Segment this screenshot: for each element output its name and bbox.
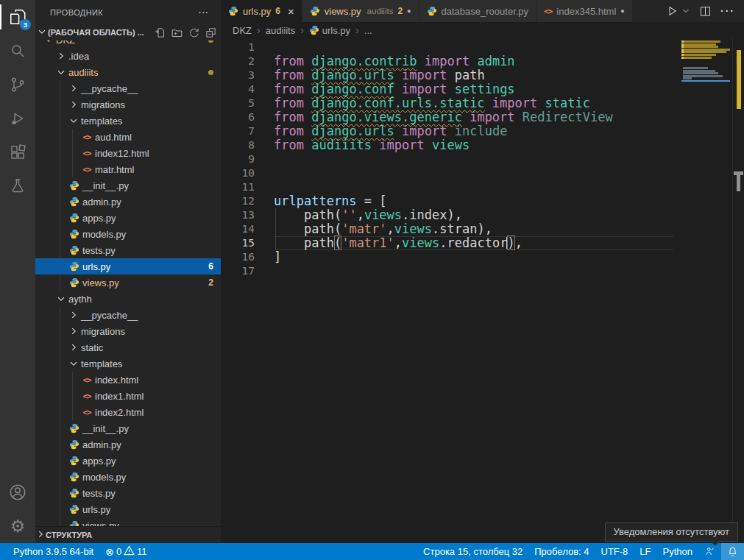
breadcrumb-item-DKZ[interactable]: DKZ [233,25,252,36]
tree-item-urls.py[interactable]: urls.py6 [35,258,221,274]
language-mode-item[interactable]: Python [657,543,698,560]
html-file-icon: <> [80,391,93,401]
tab-views.py[interactable]: views.pyaudiiits2● [302,0,419,22]
workspace-label: (РАБОЧАЯ ОБЛАСТЬ) ... [48,28,144,37]
tab-index345.html[interactable]: <>index345.html● [536,0,633,22]
tree-item-templates[interactable]: templates [35,113,221,129]
breadcrumb-item-urls.py[interactable]: urls.py [309,25,350,36]
overview-ruler[interactable] [732,38,744,543]
file-tree: DKZ.ideaaudiiits__pycache__migrationstem… [35,32,221,526]
indentation-item[interactable]: Пробелов: 4 [528,543,595,560]
workspace-section-header[interactable]: (РАБОЧАЯ ОБЛАСТЬ) ... [35,24,221,40]
close-icon[interactable]: × [288,5,294,18]
code-editor[interactable]: 12from django.contrib import admin3from … [221,38,744,543]
tree-item-aythh[interactable]: aythh [35,291,221,307]
tree-item-apps.py[interactable]: apps.py [35,453,221,469]
code-line-1: 1 [221,40,673,54]
line-text: from django.conf.urls.static import stat… [274,96,673,110]
chevron-right-icon [55,51,67,61]
account-icon [8,483,27,502]
tree-item-models.py[interactable]: models.py [35,226,221,242]
modified-dot [208,70,213,75]
tree-item-label: urls.py [82,261,110,272]
code-line-16: 16] [221,250,673,264]
python-file-icon [309,25,319,35]
activity-bar-testing[interactable] [0,169,35,203]
split-editor-icon[interactable] [699,5,712,18]
breadcrumb-label: ... [364,25,372,36]
tree-item-__pycache__[interactable]: __pycache__ [35,80,221,96]
tree-item-label: admin.py [82,439,121,450]
new-file-icon[interactable] [155,27,166,38]
eol-label: LF [640,546,651,557]
cursor-position-item[interactable]: Строка 15, столбец 32 [417,543,528,560]
feedback-icon[interactable] [698,543,721,560]
dirty-dot-icon[interactable]: ● [407,7,411,15]
line-number: 2 [221,54,255,68]
tree-item-static[interactable]: static [35,339,221,355]
code-line-9: 9 [221,152,673,166]
tree-item-tests.py[interactable]: tests.py [35,242,221,258]
breadcrumb-item-...[interactable]: ... [364,25,372,36]
sidebar-title: ПРОВОДНИК [50,8,103,17]
code-line-17: 17 [221,264,673,278]
tree-item-label: __init__.py [82,423,129,434]
tree-item-audiiits[interactable]: audiiits [35,64,221,80]
tree-item-models.py[interactable]: models.py [35,469,221,485]
html-file-icon: <> [80,165,93,174]
tree-item-admin.py[interactable]: admin.py [35,436,221,453]
scrollbar-slider[interactable] [737,175,740,191]
tree-item-admin.py[interactable]: admin.py [35,194,221,210]
new-folder-icon[interactable] [171,27,183,38]
collapse-all-icon[interactable] [205,27,216,38]
encoding-label: UTF-8 [601,546,628,557]
tree-item-__init__.py[interactable]: __init__.py [35,177,221,194]
tree-item-urls.py[interactable]: urls.py [35,501,221,517]
tree-item-tests.py[interactable]: tests.py [35,485,221,501]
dirty-dot-icon[interactable]: ● [620,7,624,15]
activity-bar-run-debug[interactable] [0,102,35,135]
tree-item-views.py[interactable]: views.py2 [35,274,221,291]
tree-item-templates[interactable]: templates [35,355,221,372]
python-interpreter-item[interactable]: Python 3.9.5 64-bit [0,543,99,560]
refresh-icon[interactable] [188,27,199,38]
tree-item-migrations[interactable]: migrations [35,323,221,339]
tree-item-index.html[interactable]: <>index.html [35,372,221,388]
line-text: path('matr1',views.redactor), [274,236,673,250]
line-text: ] [274,250,673,264]
tree-item-.idea[interactable]: .idea [35,48,221,64]
chevron-down-icon[interactable] [681,7,690,15]
activity-bar-settings[interactable]: ⚙ [0,509,35,543]
tree-item-apps.py[interactable]: apps.py [35,210,221,226]
tree-item-matr.html[interactable]: <>matr.html [35,161,221,177]
code-line-15: 15 path('matr1',views.redactor), [221,236,673,250]
eol-item[interactable]: LF [634,543,656,560]
line-text: path('matr',views.stran), [274,222,673,236]
tree-item-index2.html[interactable]: <>index2.html [35,404,221,420]
more-icon[interactable]: ··· [720,5,735,17]
activity-bar-search[interactable] [0,34,35,68]
sidebar-more-actions-button[interactable]: ··· [199,8,209,17]
structure-section-header[interactable]: СТРУКТУРА [35,526,221,543]
activity-bar-source-control[interactable] [0,68,35,102]
encoding-item[interactable]: UTF-8 [595,543,634,560]
tree-item-views.py[interactable]: views.py [35,517,221,526]
activity-bar-extensions[interactable] [0,135,35,169]
line-text [274,166,673,180]
notifications-bell-icon[interactable] [721,543,744,560]
activity-bar-account[interactable] [0,475,35,509]
tab-urls.py[interactable]: urls.py6× [221,0,302,22]
tree-item-__pycache__[interactable]: __pycache__ [35,307,221,323]
tree-item-migrations[interactable]: migrations [35,96,221,113]
breadcrumb-item-audiiits[interactable]: audiiits [266,25,295,36]
tree-item-index1.html[interactable]: <>index1.html [35,388,221,404]
tree-item-__init__.py[interactable]: __init__.py [35,420,221,436]
run-icon[interactable] [665,4,679,18]
explorer-badge: 3 [20,19,31,30]
structure-label: СТРУКТУРА [46,531,92,539]
problems-item[interactable]: ⊗ 0 11 [99,543,152,560]
activity-bar-explorer[interactable]: 3 [0,0,35,34]
tree-item-index12.html[interactable]: <>index12.html [35,145,221,161]
tree-item-aud.html[interactable]: <>aud.html [35,129,221,145]
tab-database_roouter.py[interactable]: database_roouter.py [419,0,537,22]
